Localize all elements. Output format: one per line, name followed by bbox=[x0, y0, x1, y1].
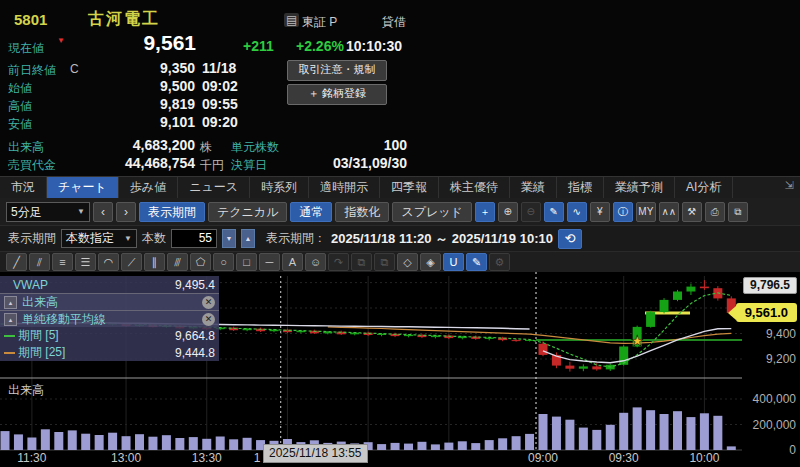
bar-count-input[interactable]: 55 bbox=[171, 229, 217, 248]
tab-0[interactable]: 市況 bbox=[0, 177, 47, 199]
toolbar-button[interactable]: 通常 bbox=[290, 202, 332, 222]
continuous-draw-icon[interactable]: ✎ bbox=[466, 253, 487, 271]
stat-value: 44,468,754 bbox=[85, 155, 195, 171]
zoom-in-icon[interactable]: ⊕ bbox=[498, 202, 518, 222]
fibonacci-retracement-icon[interactable]: ☰ bbox=[75, 253, 96, 271]
price-change: +211 bbox=[243, 38, 274, 54]
svg-text:09:30: 09:30 bbox=[609, 451, 639, 465]
tab-4[interactable]: 時系列 bbox=[250, 177, 309, 199]
prev-period-button[interactable]: ‹ bbox=[93, 202, 113, 222]
trendline-icon[interactable]: ╱ bbox=[6, 253, 27, 271]
period-mode-select[interactable]: 本数指定▼ bbox=[61, 229, 137, 248]
tab-9[interactable]: 指標 bbox=[557, 177, 604, 199]
expand-icon[interactable]: ⇲ bbox=[785, 179, 794, 192]
legend-row-sma[interactable]: 期間 [5]9,664.8 bbox=[0, 327, 219, 344]
draw-settings-icon[interactable]: ⚙ bbox=[489, 253, 510, 271]
series-color-swatch bbox=[4, 335, 15, 337]
tab-11[interactable]: AI分析 bbox=[675, 177, 733, 199]
svg-text:9,400: 9,400 bbox=[766, 327, 796, 341]
quote-row-flag: C bbox=[70, 62, 79, 76]
copy-icon[interactable]: ⧉ bbox=[351, 253, 372, 271]
pentagon-icon[interactable]: ⬠ bbox=[190, 253, 211, 271]
tab-3[interactable]: ニュース bbox=[178, 177, 250, 199]
legend-row-sma[interactable]: 期間 [25]9,444.8 bbox=[0, 344, 219, 361]
range-label: 表示期間： bbox=[266, 230, 326, 247]
toolbar-button[interactable]: 表示期間 bbox=[139, 202, 205, 222]
icon-stamp-icon[interactable]: ☺ bbox=[305, 253, 326, 271]
tab-7[interactable]: 株主優待 bbox=[439, 177, 510, 199]
register-stock-button[interactable]: ＋ 銘柄登録 bbox=[287, 84, 387, 105]
quote-row-value: 9,500 bbox=[90, 78, 195, 94]
reset-period-button[interactable]: ⟲ bbox=[558, 229, 582, 249]
legend-header-volume[interactable]: ▴ 出来高 ✕ bbox=[0, 293, 219, 310]
horizontal-lines-icon[interactable]: ≡ bbox=[52, 253, 73, 271]
info-icon[interactable]: ⓘ bbox=[613, 202, 633, 222]
tools-icon[interactable]: ⚒ bbox=[682, 202, 702, 222]
zoom-out-icon[interactable]: ⊖ bbox=[521, 202, 541, 222]
current-price-badge: 9,561.0 bbox=[736, 303, 797, 322]
margin-label: 貸借 bbox=[382, 14, 406, 31]
plus-icon: ＋ bbox=[308, 87, 319, 99]
chart-area[interactable]: ★9,4009,200400,000200,000011:3013:0013:3… bbox=[0, 272, 800, 467]
area-chart-icon[interactable]: ∧∧ bbox=[659, 202, 679, 222]
yen-scale-icon[interactable]: ¥ bbox=[590, 202, 610, 222]
volume-pane-label: 出来高 bbox=[8, 383, 44, 397]
erase-all-icon[interactable]: ◈ bbox=[420, 253, 441, 271]
quote-row-label: 高値 bbox=[8, 98, 32, 115]
next-period-button[interactable]: › bbox=[116, 202, 136, 222]
text-tool-icon[interactable]: A bbox=[282, 253, 303, 271]
collapse-icon[interactable]: ▴ bbox=[4, 296, 17, 309]
stock-chart-app: 5801 古河電工 ▤ 東証 P 貸借 現在値 ▼ 9,561 +211 +2.… bbox=[0, 0, 800, 467]
add-button[interactable]: ＋ bbox=[475, 202, 495, 222]
count-up-button[interactable]: ▲ bbox=[241, 229, 255, 248]
vertical-lines-icon[interactable]: ∥ bbox=[144, 253, 165, 271]
draw-mode-icon[interactable]: ✎ bbox=[544, 202, 564, 222]
magnet-icon[interactable]: U bbox=[443, 253, 464, 271]
ellipse-icon[interactable]: ○ bbox=[213, 253, 234, 271]
trade-caution-button[interactable]: 取引注意・規制 bbox=[287, 60, 387, 81]
tab-10[interactable]: 業績予測 bbox=[604, 177, 675, 199]
redo-icon[interactable]: ↷ bbox=[328, 253, 349, 271]
quote-row-value: 9,350 bbox=[90, 60, 195, 76]
timeframe-select[interactable]: 5分足▼ bbox=[6, 202, 90, 222]
close-icon[interactable]: ✕ bbox=[202, 313, 215, 326]
chevron-down-icon: ▼ bbox=[124, 230, 132, 247]
tab-5[interactable]: 適時開示 bbox=[309, 177, 380, 199]
parallel-line-icon[interactable]: ⫽ bbox=[29, 253, 50, 271]
legend-header-sma[interactable]: ▴ 単純移動平均線 ✕ bbox=[0, 310, 219, 327]
period-range: 2025/11/18 11:20 ～ 2025/11/19 10:10 bbox=[331, 230, 553, 248]
quote-row-value: 9,819 bbox=[90, 96, 195, 112]
close-icon[interactable]: ✕ bbox=[202, 296, 215, 309]
period-label: 表示期間 bbox=[8, 230, 56, 247]
tab-8[interactable]: 業績 bbox=[510, 177, 557, 199]
document-icon[interactable]: ▤ bbox=[284, 13, 299, 27]
horizontal-line-icon[interactable]: ─ bbox=[259, 253, 280, 271]
quote-row-time: 09:55 bbox=[202, 96, 238, 112]
indicator-legend: VWAP 9,495.4 ▴ 出来高 ✕ ▴ 単純移動平均線 ✕ 期間 [5]9… bbox=[0, 276, 219, 361]
period-toolbar: 表示期間 本数指定▼ 本数 55 ▼ ▲ 表示期間： 2025/11/18 11… bbox=[0, 225, 800, 251]
collapse-icon[interactable]: ▴ bbox=[4, 313, 17, 326]
fan-lines-icon[interactable]: ⟋ bbox=[121, 253, 142, 271]
popout-icon[interactable]: ⧉ bbox=[728, 202, 748, 222]
arc-icon[interactable]: ◠ bbox=[98, 253, 119, 271]
tab-1[interactable]: チャート bbox=[47, 177, 119, 199]
toolbar-button[interactable]: 指数化 bbox=[335, 202, 389, 222]
my-chart-icon[interactable]: MY bbox=[636, 202, 656, 222]
tab-6[interactable]: 四季報 bbox=[380, 177, 439, 199]
paste-icon[interactable]: ⧉ bbox=[374, 253, 395, 271]
toolbar-button[interactable]: スプレッド bbox=[392, 202, 471, 222]
svg-text:11:30: 11:30 bbox=[17, 451, 46, 465]
legend-row-vwap[interactable]: VWAP 9,495.4 bbox=[0, 276, 219, 293]
toolbar-button[interactable]: テクニカル bbox=[208, 202, 287, 222]
quote-row-value: 9,101 bbox=[90, 114, 195, 130]
stock-code: 5801 bbox=[14, 11, 47, 28]
count-down-button[interactable]: ▼ bbox=[222, 229, 236, 248]
tab-2[interactable]: 歩み値 bbox=[119, 177, 178, 199]
drawing-toolbar: ╱⫽≡☰◠⟋∥⫻⬠○□─A☺↷⧉⧉◇◈U✎⚙ bbox=[0, 251, 800, 272]
print-icon[interactable]: ⎙ bbox=[705, 202, 725, 222]
erase-icon[interactable]: ◇ bbox=[397, 253, 418, 271]
quote-row-label: 前日終値 bbox=[8, 62, 56, 79]
trend-cursor-icon[interactable]: ∿ bbox=[567, 202, 587, 222]
rectangle-icon[interactable]: □ bbox=[236, 253, 257, 271]
gann-fan-icon[interactable]: ⫻ bbox=[167, 253, 188, 271]
